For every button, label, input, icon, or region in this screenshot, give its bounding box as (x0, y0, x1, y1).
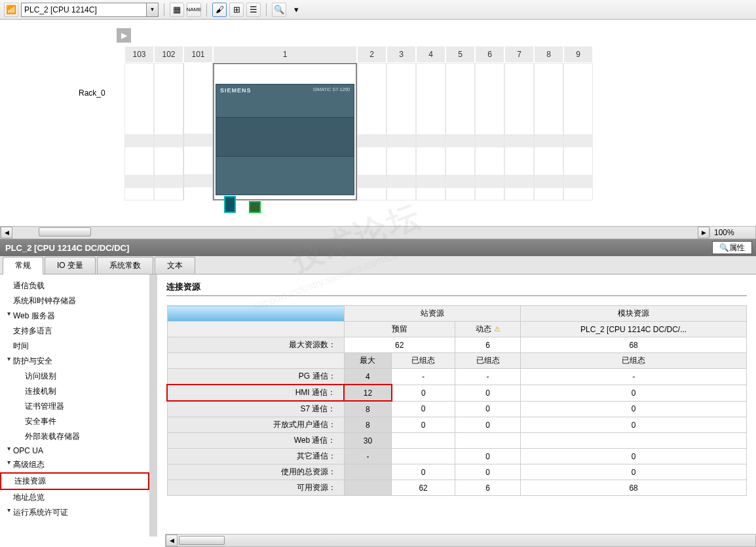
ethernet-port-icon[interactable] (224, 196, 236, 213)
scroll-thumb[interactable] (39, 227, 91, 236)
slot-cell[interactable] (124, 63, 154, 200)
tree-item[interactable]: 证书管理器 (0, 399, 149, 414)
row-label: 使用的总资源： (167, 464, 344, 480)
tree-item[interactable]: 防护与安全 (0, 354, 149, 369)
slot-cell[interactable] (445, 63, 475, 200)
cell: 0 (521, 385, 747, 401)
slot-label: 5 (445, 46, 475, 63)
cell: 62 (344, 337, 455, 353)
slot-cell[interactable] (563, 63, 593, 200)
cell-max: 12 (344, 385, 392, 401)
paint-icon[interactable]: 🖌 (212, 3, 227, 17)
tree-item[interactable]: 连接资源 (0, 472, 149, 490)
row-label: 其它通信： (167, 449, 344, 464)
tree-item[interactable]: Web 服务器 (0, 309, 149, 324)
sub-module: PLC_2 [CPU 1214C DC/DC/... (521, 322, 747, 337)
scroll-left-icon[interactable]: ◀ (166, 535, 178, 546)
col-selected[interactable] (167, 306, 344, 322)
tree-item[interactable]: 地址总览 (0, 490, 149, 505)
slot-cell[interactable] (475, 63, 504, 200)
scroll-left-icon[interactable]: ◀ (1, 227, 12, 238)
cell: 0 (521, 464, 747, 480)
tree-item[interactable]: 系统和时钟存储器 (0, 293, 149, 309)
run-indicator-icon[interactable] (249, 201, 261, 213)
row-label: HMI 通信： (167, 385, 344, 401)
slot-label: 9 (563, 46, 593, 63)
tree-item[interactable]: 时间 (0, 339, 149, 354)
zoom-dropdown-icon[interactable]: ▾ (289, 3, 303, 17)
property-header: PLC_2 [CPU 1214C DC/DC/DC] 🔍 属性 (0, 239, 756, 256)
slot-cell[interactable] (416, 63, 445, 200)
slot-cell[interactable] (387, 63, 416, 200)
scroll-thumb[interactable] (179, 536, 225, 545)
cell: 0 (521, 401, 747, 417)
plc-module[interactable]: SIEMENS SIMATIC S7-1200 (216, 84, 354, 195)
cell (392, 449, 455, 464)
row-label: Web 通信： (167, 433, 344, 449)
slot-cell[interactable] (154, 63, 183, 200)
tree-item[interactable]: 安全事件 (0, 414, 149, 429)
cell: 6 (455, 480, 520, 496)
bottom-scrollbar[interactable]: ◀ (165, 534, 756, 547)
slot-label: 3 (387, 46, 416, 63)
play-button[interactable]: ▶ (117, 28, 131, 43)
properties-tab[interactable]: 🔍 属性 (712, 241, 752, 254)
cell-max: 8 (344, 417, 392, 433)
tree-item[interactable]: 外部装载存储器 (0, 429, 149, 444)
topology-icon[interactable]: 📶 (4, 3, 18, 17)
col-configured-m: 已组态 (521, 353, 747, 369)
slot-cell[interactable] (504, 63, 534, 200)
tree-item[interactable]: 通信负载 (0, 278, 149, 293)
col-configured-d: 已组态 (455, 353, 520, 369)
slot-cell[interactable] (357, 63, 387, 200)
cell-max: 30 (344, 433, 392, 449)
properties-tab-label: 属性 (729, 242, 745, 254)
tree-item[interactable]: 高级组态 (0, 457, 149, 472)
sub-dynamic: 动态 (455, 322, 520, 337)
tab-io-variables[interactable]: IO 变量 (45, 257, 96, 274)
grid-icon[interactable]: ▦ (170, 3, 184, 17)
property-tabs: 常规 IO 变量 系统常数 文本 (0, 256, 756, 274)
device-selector[interactable]: PLC_2 [CPU 1214C] ▼ (21, 3, 159, 17)
tree-item[interactable]: 支持多语言 (0, 324, 149, 339)
scroll-right-icon[interactable]: ▶ (698, 227, 709, 238)
zoom-level[interactable]: 100% (709, 228, 755, 237)
section-title: 连接资源 (166, 281, 747, 293)
empty-cell (167, 353, 344, 369)
slot-cell[interactable] (183, 63, 213, 200)
cell (455, 433, 520, 449)
tab-text[interactable]: 文本 (155, 257, 195, 274)
chevron-down-icon[interactable]: ▼ (146, 3, 158, 16)
tree-item[interactable]: 连接机制 (0, 384, 149, 399)
property-header-title: PLC_2 [CPU 1214C DC/DC/DC] (5, 243, 129, 253)
slot-label-main: 1 (213, 46, 357, 63)
slot-cell[interactable] (534, 63, 563, 200)
slot-cell-main[interactable]: SIEMENS SIMATIC S7-1200 (213, 63, 357, 200)
slot-label: 103 (124, 46, 154, 63)
col-configured-r: 已组态 (392, 353, 455, 369)
cell: 0 (455, 401, 520, 417)
tab-general[interactable]: 常规 (3, 257, 43, 274)
cell: 0 (392, 385, 455, 401)
zoom-icon[interactable]: 🔍 (272, 3, 286, 17)
slot-label: 7 (504, 46, 534, 63)
tree-item[interactable]: 访问级别 (0, 369, 149, 384)
tab-system-constants[interactable]: 系统常数 (97, 257, 153, 274)
rack-scrollbar[interactable]: ◀ ▶ 100% (0, 226, 756, 239)
tree-item[interactable]: 运行系统许可证 (0, 505, 149, 520)
name-icon[interactable]: NAME (187, 3, 201, 17)
cell-max: 8 (344, 401, 392, 417)
cell: 0 (455, 449, 520, 464)
slot-label: 8 (534, 46, 563, 63)
scroll-track[interactable] (12, 227, 698, 238)
cell: 62 (392, 480, 455, 496)
property-tree[interactable]: 通信负载系统和时钟存储器Web 服务器支持多语言时间防护与安全访问级别连接机制证… (0, 274, 157, 537)
row-label: 开放式用户通信： (167, 417, 344, 433)
list-icon[interactable]: ☰ (246, 3, 261, 17)
device-selector-text: PLC_2 [CPU 1214C] (24, 5, 97, 14)
row-label: PG 通信： (167, 369, 344, 385)
toolbar: 📶 PLC_2 [CPU 1214C] ▼ ▦ NAME 🖌 ⊞ ☰ 🔍 ▾ (0, 0, 756, 20)
align-icon[interactable]: ⊞ (229, 3, 244, 17)
cell: - (521, 369, 747, 385)
tree-item[interactable]: OPC UA (0, 444, 149, 457)
